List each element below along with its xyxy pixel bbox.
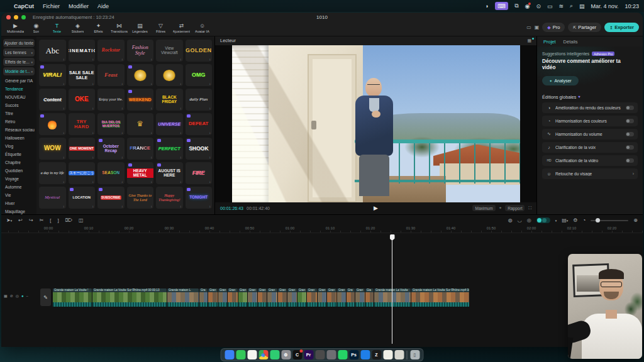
timeline-clip-22[interactable]: Grande maison La Voulte Sur Rhône.mp4 00… xyxy=(411,288,469,307)
edit-row-volume[interactable]: ∿Harmonisation du volume xyxy=(542,129,638,140)
tab-stickers[interactable]: ◈Stickers xyxy=(67,21,88,36)
timeline-clip-14[interactable]: Gran xyxy=(307,288,317,307)
display-icon[interactable]: ◗ xyxy=(486,3,489,9)
sidebar-item-les-tiennes[interactable]: Les tiennes▾ xyxy=(3,48,35,57)
timeline-clip-1[interactable]: Grande maison La Voulte Sur Rhône.mp4 00… xyxy=(92,288,167,307)
template-tile-38[interactable]: SUBSCRIBE↓ xyxy=(97,187,125,209)
search-icon[interactable]: ⌕ xyxy=(570,3,573,9)
window-manager-icon[interactable]: ▭ xyxy=(547,3,553,9)
timeline-clip-12[interactable]: Gran xyxy=(287,288,297,307)
fit-icon[interactable]: ⌖ xyxy=(499,206,502,211)
template-tile-30[interactable]: a day in my life↓ xyxy=(39,162,66,184)
template-tile-26[interactable]: October Recap↓ xyxy=(97,138,125,160)
timeline-clip-4[interactable]: Gran xyxy=(208,288,218,307)
edit-row-voice[interactable]: ♪Clarification de la voix xyxy=(542,142,638,153)
dock-textedit-icon[interactable] xyxy=(394,350,404,359)
template-tile-39[interactable]: Give Thanks to The Lord↓ xyxy=(127,187,154,209)
timeline-clip-6[interactable]: Gran xyxy=(228,288,238,307)
wifi-icon[interactable]: ≋ xyxy=(559,3,564,9)
sidebar-item-g-n-r-par-l-ia[interactable]: Généré par l'IA xyxy=(3,77,35,85)
zoom-fit-icon[interactable]: ⊕ xyxy=(633,217,638,223)
template-tile-15[interactable]: WEEKEND↓ xyxy=(127,89,154,111)
template-tile-0[interactable]: Abc↓ xyxy=(39,40,66,62)
sidebar-item-nouveau[interactable]: NOUVEAU xyxy=(3,93,35,101)
dock-finder-icon[interactable] xyxy=(225,350,234,359)
captions-caret-icon[interactable]: ▾ xyxy=(555,219,557,222)
tab-ajustement[interactable]: ⇄Ajustement xyxy=(171,21,192,36)
template-tile-33[interactable]: HEAVY METAL↓ xyxy=(127,162,154,184)
timeline-ruler[interactable]: 00:0000:1000:2000:3000:4000:5001:0001:10… xyxy=(1,226,643,233)
layout-compact-icon[interactable]: ▭ xyxy=(526,25,531,30)
sidebar-item-mod-le-de-t-[interactable]: Modèle de t...▾ xyxy=(3,67,35,75)
menu-item-modifier[interactable]: Modifier xyxy=(69,3,89,9)
toggle-switch[interactable] xyxy=(626,119,634,123)
timeline-clip-17[interactable]: Gran xyxy=(337,288,346,307)
template-tile-13[interactable]: OKE↓ xyxy=(69,89,96,111)
toggle-switch[interactable] xyxy=(626,145,634,150)
player-display-mode-icon[interactable]: ▦ xyxy=(527,38,531,43)
template-tile-2[interactable]: Rockstar↓ xyxy=(97,40,125,62)
template-tile-16[interactable]: BLACK FRIDAY↓ xyxy=(156,89,183,111)
timeline-clip-15[interactable]: Gran xyxy=(318,288,326,307)
layout-expanded-icon[interactable]: ▣ xyxy=(535,25,540,30)
timeline-zoom-slider[interactable] xyxy=(591,220,628,221)
menu-item-capcut[interactable]: CapCut xyxy=(14,3,34,9)
template-tile-19[interactable]: TRY HARD↓ xyxy=(69,113,96,135)
dock-chrome-icon[interactable]: ◉ xyxy=(258,350,268,359)
timeline-clip-10[interactable]: Gran xyxy=(267,288,277,307)
timeline-clip-8[interactable]: Gran xyxy=(248,288,257,307)
template-tile-24[interactable]: WOW↓ xyxy=(39,138,66,160)
timeline-clip-5[interactable]: Gran xyxy=(218,288,227,307)
template-tile-29[interactable]: SHOOK↓ xyxy=(186,138,213,160)
sidebar-item-hiver[interactable]: Hiver xyxy=(3,199,35,207)
template-tile-31[interactable]: スキーに行こう↓ xyxy=(69,162,96,184)
trim-left-icon[interactable]: [ xyxy=(50,217,51,223)
dock-zoom-app-icon[interactable]: Z xyxy=(372,350,381,359)
tab-avatar-ia[interactable]: ☺Avatar IA xyxy=(192,21,213,36)
timer-icon[interactable]: ◔ xyxy=(582,217,586,223)
tab-multimédia[interactable]: ▶Multimédia xyxy=(5,21,26,36)
mute-track-icon[interactable]: ● xyxy=(21,294,24,298)
trash-icon[interactable]: ▯ xyxy=(410,350,419,359)
export-button[interactable]: ↥Exporter xyxy=(604,23,639,32)
template-tile-8[interactable]: Feast↓ xyxy=(97,64,125,86)
tab-texte[interactable]: TTexte xyxy=(47,21,67,36)
template-tile-1[interactable]: CINEMATIC↓ xyxy=(69,40,96,62)
dock-app-green-icon[interactable] xyxy=(270,350,279,359)
sidebar-item-r-tro[interactable]: Rétro xyxy=(3,118,35,126)
analyze-button[interactable]: ✦Analyser xyxy=(542,76,579,85)
template-tile-14[interactable]: Enjoy your life.↓ xyxy=(97,89,125,111)
toggle-switch[interactable] xyxy=(626,158,634,163)
timeline-clip-19[interactable]: Gran xyxy=(355,288,365,307)
sidebar-item--tiquette[interactable]: Étiquette xyxy=(3,150,35,158)
dock-notes-icon[interactable] xyxy=(247,350,257,359)
dock-premiere-icon[interactable]: Pr xyxy=(304,350,313,359)
timeline-clip-7[interactable]: Gran xyxy=(238,288,247,307)
pro-button[interactable]: ◆Pro xyxy=(542,23,565,32)
magnet-icon[interactable]: ◡ xyxy=(518,217,522,223)
timeline-clip-18[interactable]: Gra xyxy=(347,288,355,307)
tab-légendes[interactable]: ▤Légendes xyxy=(130,21,150,36)
dock-capcut-icon[interactable]: C xyxy=(292,350,302,359)
preview-axis-icon[interactable]: ⚙ xyxy=(573,217,577,223)
timeline-clip-11[interactable]: Gran xyxy=(278,288,287,307)
template-tile-23[interactable]: DEFEAT↓ xyxy=(186,113,213,135)
sidebar-item-chapitre[interactable]: Chapitre xyxy=(3,158,35,167)
template-tile-11[interactable]: OMG↓ xyxy=(186,64,213,86)
sidebar-item-titre[interactable]: Titre xyxy=(3,109,35,118)
tab-transitions[interactable]: ⋈Transitions xyxy=(109,21,130,36)
edit-row-color-render[interactable]: ◑Amélioration du rendu des couleurs xyxy=(542,102,638,113)
template-tile-21[interactable]: ♛↓ xyxy=(127,113,154,135)
record-voiceover-icon[interactable]: ◍ xyxy=(508,217,513,223)
sidebar-item-maquillage[interactable]: Maquillage xyxy=(3,207,35,214)
redo-icon[interactable]: ↪ xyxy=(29,217,33,223)
hide-track-icon[interactable]: ◎ xyxy=(16,293,19,298)
timeline-clip-0[interactable]: Grande maison La Voulte ! xyxy=(53,288,92,307)
dock-app-dark-icon[interactable] xyxy=(315,350,325,359)
control-center-icon[interactable]: ▤ xyxy=(579,3,585,9)
dock-messages-icon[interactable] xyxy=(236,350,245,359)
playhead[interactable] xyxy=(392,241,392,344)
record-icon[interactable]: ⊙ xyxy=(536,3,541,9)
timeline-clip-13[interactable]: Gran xyxy=(297,288,306,307)
template-tile-28[interactable]: PERFECT↓ xyxy=(156,138,183,160)
